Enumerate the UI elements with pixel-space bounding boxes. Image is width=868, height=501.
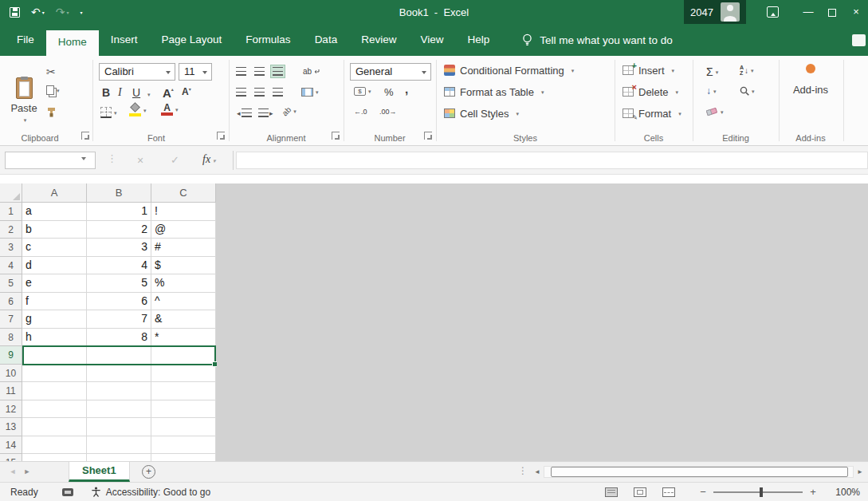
cell-c4[interactable]: $ bbox=[151, 257, 216, 275]
page-break-view-button[interactable] bbox=[662, 487, 675, 497]
column-header-c[interactable]: C bbox=[151, 183, 216, 203]
column-header-b[interactable]: B bbox=[87, 183, 151, 203]
conditional-formatting-button[interactable]: Conditional Formatting▾ bbox=[444, 63, 574, 77]
decrease-decimal-button[interactable]: .00→ bbox=[379, 108, 397, 116]
avatar[interactable] bbox=[721, 2, 740, 22]
cell-c13[interactable] bbox=[151, 418, 216, 436]
formula-input[interactable] bbox=[236, 152, 868, 169]
alignment-dialog-launcher-icon[interactable] bbox=[332, 132, 340, 140]
scrollbar-thumb[interactable] bbox=[551, 467, 848, 477]
format-cells-button[interactable]: Format▾ bbox=[623, 106, 681, 120]
row-header-12[interactable]: 12 bbox=[0, 400, 22, 419]
cell-b10[interactable] bbox=[87, 365, 151, 383]
new-sheet-button[interactable]: + bbox=[142, 465, 155, 479]
zoom-slider-handle[interactable] bbox=[760, 487, 763, 497]
tab-home[interactable]: Home bbox=[46, 30, 99, 56]
name-box-dropdown-icon[interactable] bbox=[81, 157, 86, 163]
sheet-tab-sheet1[interactable]: Sheet1 bbox=[69, 462, 130, 482]
undo-icon[interactable]: ↶▾ bbox=[31, 6, 45, 18]
row-header-9[interactable]: 9 bbox=[0, 346, 22, 365]
percent-style-button[interactable]: % bbox=[384, 86, 394, 98]
tab-formulas[interactable]: Formulas bbox=[234, 24, 302, 56]
enter-icon[interactable]: ✓ bbox=[171, 154, 179, 166]
accounting-format-button[interactable]: $▾ bbox=[354, 87, 371, 96]
align-left-button[interactable] bbox=[234, 86, 248, 98]
save-icon[interactable] bbox=[10, 7, 20, 18]
normal-view-button[interactable] bbox=[605, 487, 618, 497]
row-header-4[interactable]: 4 bbox=[0, 257, 22, 275]
cell-c6[interactable]: ^ bbox=[151, 293, 216, 311]
font-dialog-launcher-icon[interactable] bbox=[217, 132, 225, 140]
cell-c14[interactable] bbox=[151, 436, 216, 455]
cell-b2[interactable]: 2 bbox=[87, 221, 151, 239]
cut-button[interactable]: ✂ bbox=[46, 65, 56, 78]
cell-styles-button[interactable]: Cell Styles▾ bbox=[444, 106, 574, 120]
cell-a1[interactable]: a bbox=[22, 203, 87, 221]
ribbon-display-options-icon[interactable] bbox=[767, 6, 779, 18]
copy-button[interactable]: ▾ bbox=[46, 85, 60, 95]
cell-c8[interactable]: * bbox=[151, 329, 216, 347]
macro-record-icon[interactable] bbox=[62, 488, 73, 496]
cell-a11[interactable] bbox=[22, 382, 87, 400]
cancel-icon[interactable]: × bbox=[137, 154, 143, 167]
scroll-left-icon[interactable]: ◄ bbox=[531, 468, 544, 475]
cell-b1[interactable]: 1 bbox=[87, 203, 151, 221]
tab-page-layout[interactable]: Page Layout bbox=[150, 24, 234, 56]
row-header-13[interactable]: 13 bbox=[0, 418, 22, 436]
increase-decimal-button[interactable]: ←.0 bbox=[354, 108, 367, 116]
autosum-button[interactable]: Σ▾ bbox=[706, 65, 718, 78]
cell-a15[interactable] bbox=[22, 454, 87, 461]
redo-icon[interactable]: ↷▾ bbox=[56, 6, 69, 18]
cell-b15[interactable] bbox=[87, 454, 151, 461]
qat-customize-icon[interactable]: ▾ bbox=[81, 10, 83, 15]
cell-c12[interactable] bbox=[151, 400, 216, 419]
cell-c11[interactable] bbox=[151, 382, 216, 400]
merge-center-button[interactable]: ▾ bbox=[300, 86, 320, 98]
bottom-align-button[interactable] bbox=[271, 65, 285, 77]
row-header-1[interactable]: 1 bbox=[0, 203, 22, 221]
cell-b3[interactable]: 3 bbox=[87, 239, 151, 257]
accessibility-status[interactable]: Accessibility: Good to go bbox=[91, 487, 210, 498]
formula-bar-splitter[interactable]: ⋮ bbox=[107, 152, 117, 164]
minimize-button[interactable]: — bbox=[796, 0, 820, 24]
increase-font-button[interactable]: A▴ bbox=[163, 86, 174, 100]
cell-c2[interactable]: @ bbox=[151, 221, 216, 239]
cell-c1[interactable]: ! bbox=[151, 203, 216, 221]
zoom-slider[interactable] bbox=[713, 491, 803, 493]
fill-button[interactable]: ↓▾ bbox=[706, 87, 717, 95]
cell-b5[interactable]: 5 bbox=[87, 274, 151, 293]
cell-c7[interactable]: & bbox=[151, 310, 216, 329]
zoom-in-button[interactable]: + bbox=[807, 486, 819, 498]
paste-button[interactable]: Paste ▾ bbox=[6, 61, 41, 139]
cell-c5[interactable]: % bbox=[151, 274, 216, 293]
cell-a13[interactable] bbox=[22, 418, 87, 436]
row-header-11[interactable]: 11 bbox=[0, 382, 22, 400]
row-header-15[interactable]: 15 bbox=[0, 454, 22, 461]
cell-b8[interactable]: 8 bbox=[87, 329, 151, 347]
delete-cells-button[interactable]: Delete▾ bbox=[623, 85, 681, 99]
wrap-text-button[interactable]: ab bbox=[301, 65, 321, 77]
cell-c15[interactable] bbox=[151, 454, 216, 461]
orientation-button[interactable]: ab▾ bbox=[281, 105, 298, 117]
tab-view[interactable]: View bbox=[408, 24, 455, 56]
tab-help[interactable]: Help bbox=[455, 24, 501, 56]
page-layout-view-button[interactable] bbox=[634, 487, 646, 497]
select-all-button[interactable] bbox=[0, 183, 22, 203]
underline-options-icon[interactable]: ▾ bbox=[145, 86, 151, 99]
zoom-out-button[interactable]: − bbox=[697, 486, 709, 498]
scrollbar-track[interactable] bbox=[544, 466, 854, 478]
cell-a7[interactable]: g bbox=[22, 310, 87, 329]
cell-a3[interactable]: c bbox=[22, 239, 87, 257]
cell-c10[interactable] bbox=[151, 365, 216, 383]
cell-b6[interactable]: 6 bbox=[87, 293, 151, 311]
font-size-select[interactable]: 11 bbox=[179, 63, 212, 81]
bold-button[interactable]: B bbox=[102, 86, 110, 99]
comma-style-button[interactable]: , bbox=[405, 86, 408, 93]
underline-button[interactable]: U bbox=[132, 86, 140, 99]
find-select-button[interactable]: ▾ bbox=[740, 86, 755, 96]
row-header-10[interactable]: 10 bbox=[0, 365, 22, 383]
decrease-indent-button[interactable]: ◂ bbox=[234, 107, 253, 119]
cell-a8[interactable]: h bbox=[22, 329, 87, 347]
tab-review[interactable]: Review bbox=[349, 24, 408, 56]
cell-a6[interactable]: f bbox=[22, 293, 87, 311]
